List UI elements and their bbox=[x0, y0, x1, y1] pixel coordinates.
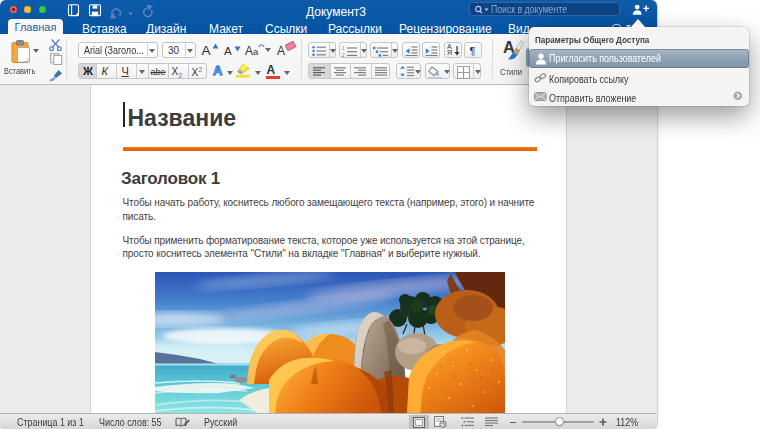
svg-text:2: 2 bbox=[342, 52, 345, 57]
svg-text:1: 1 bbox=[342, 46, 345, 51]
